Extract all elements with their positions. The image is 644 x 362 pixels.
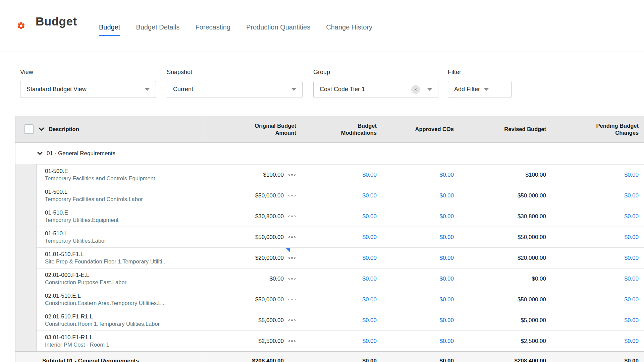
- more-options-icon[interactable]: [288, 278, 296, 280]
- table-row: 01.01-510.F1.LSite Prep & Foundation.Flo…: [15, 247, 644, 268]
- table-row: 02.01-000.F1-E.LConstruction.Purpose.Eas…: [15, 268, 644, 289]
- cost-code: 01-510.L: [45, 230, 204, 237]
- more-options-icon[interactable]: [288, 236, 296, 238]
- more-options-icon[interactable]: [288, 319, 296, 321]
- cost-code: 02.01-510.F1-R1.L: [45, 313, 204, 320]
- approved-cos-link[interactable]: $0.00: [382, 227, 459, 247]
- more-options-icon[interactable]: [288, 174, 296, 176]
- cost-code-description: Temporary Utilities.Labor: [45, 237, 204, 244]
- add-filter-select[interactable]: Add Filter: [448, 81, 512, 98]
- budget-table: Description Original Budget Amount Budge…: [15, 116, 644, 362]
- cost-code-description: Interior PM Cost - Room 1: [45, 341, 204, 348]
- subtotal-approved-cos: $0.00: [382, 352, 459, 362]
- revised-budget-cell: $50,000.00: [459, 227, 551, 247]
- snapshot-select[interactable]: Current: [167, 81, 303, 98]
- description-header-cell: Description: [15, 116, 204, 142]
- table-row: 01-510.ETemporary Utilities.Equipment $3…: [15, 206, 644, 227]
- budget-modifications-link[interactable]: $0.00: [302, 227, 382, 247]
- remove-group-icon[interactable]: ×: [411, 85, 420, 94]
- view-select[interactable]: Standard Budget View: [20, 81, 156, 98]
- filter-control: Filter Add Filter: [448, 69, 512, 98]
- group-select[interactable]: Cost Code Tier 1 ×: [313, 81, 438, 98]
- more-options-icon[interactable]: [288, 195, 296, 196]
- tab-change-history[interactable]: Change History: [326, 23, 372, 36]
- tab-budget[interactable]: Budget: [99, 23, 120, 36]
- original-budget-cell: $2,500.00: [204, 330, 302, 351]
- column-header-budget-modifications: Budget Modifications: [302, 116, 382, 142]
- budget-modifications-link[interactable]: $0.00: [302, 268, 382, 289]
- approved-cos-link[interactable]: $0.00: [382, 206, 459, 227]
- group-label: Group: [313, 69, 438, 76]
- approved-cos-link[interactable]: $0.00: [382, 268, 459, 289]
- cost-code-description: Temporary Facilities and Controls.Equipm…: [45, 175, 204, 182]
- pending-changes-link[interactable]: $0.00: [551, 330, 644, 351]
- snapshot-control: Snapshot Current: [167, 69, 303, 98]
- cost-code: 02.01-000.F1-E.L: [45, 272, 204, 279]
- budget-modifications-link[interactable]: $0.00: [302, 185, 382, 206]
- column-header-approved-cos: Approved COs: [382, 116, 459, 142]
- revised-budget-cell: $5,000.00: [459, 310, 551, 330]
- tab-forecasting[interactable]: Forecasting: [195, 23, 230, 36]
- more-options-icon[interactable]: [288, 216, 296, 217]
- cost-code-description: Site Prep & Foundation.Floor 1.Temporary…: [45, 258, 204, 265]
- pending-changes-link[interactable]: $0.00: [551, 268, 644, 289]
- cost-code: 03.01-010.F1-R1.L: [45, 334, 204, 341]
- pending-changes-link[interactable]: $0.00: [551, 185, 644, 206]
- original-budget-cell: $0.00: [204, 268, 302, 289]
- approved-cos-link[interactable]: $0.00: [382, 330, 459, 351]
- budget-page: Budget Budget Budget Details Forecasting…: [0, 0, 644, 362]
- budget-modifications-link[interactable]: $0.00: [302, 330, 382, 351]
- cost-code: 02.01-510.E.L: [45, 292, 204, 300]
- approved-cos-link[interactable]: $0.00: [382, 185, 459, 206]
- collapse-all-chevron-icon[interactable]: [39, 127, 44, 131]
- approved-cos-link[interactable]: $0.00: [382, 164, 459, 185]
- chevron-down-icon: [291, 88, 296, 91]
- subtotal-original-budget: $208,400.00: [204, 352, 302, 362]
- original-budget-cell: $5,000.00: [204, 310, 302, 330]
- original-budget-cell: $50,000.00: [204, 289, 302, 310]
- table-header-row: Description Original Budget Amount Budge…: [15, 116, 644, 143]
- original-budget-cell: $30,800.00: [204, 206, 302, 227]
- pending-changes-link[interactable]: $0.00: [551, 164, 644, 185]
- table-row: 02.01-510.E.LConstruction.Eastern Area.T…: [15, 289, 644, 310]
- cell-flag-icon: [285, 248, 290, 252]
- budget-modifications-link[interactable]: $0.00: [302, 164, 382, 185]
- page-title: Budget: [36, 15, 77, 28]
- select-all-checkbox[interactable]: [24, 124, 34, 134]
- budget-modifications-link[interactable]: $0.00: [302, 206, 382, 227]
- budget-modifications-link[interactable]: $0.00: [302, 310, 382, 330]
- budget-modifications-link[interactable]: $0.00: [302, 247, 382, 268]
- view-select-value: Standard Budget View: [26, 86, 87, 93]
- budget-modifications-link[interactable]: $0.00: [302, 289, 382, 310]
- more-options-icon[interactable]: [288, 340, 296, 342]
- approved-cos-link[interactable]: $0.00: [382, 289, 459, 310]
- tab-budget-details[interactable]: Budget Details: [136, 23, 179, 36]
- approved-cos-link[interactable]: $0.00: [382, 310, 459, 330]
- cost-code: 01-510.E: [45, 209, 204, 217]
- collapse-group-chevron-icon[interactable]: [37, 152, 43, 155]
- cost-code-description: Temporary Facilities and Controls.Labor: [45, 196, 204, 203]
- pending-changes-link[interactable]: $0.00: [551, 206, 644, 227]
- chevron-down-icon: [427, 88, 432, 91]
- pending-changes-link[interactable]: $0.00: [551, 247, 644, 268]
- revised-budget-cell: $30,800.00: [459, 206, 551, 227]
- more-options-icon[interactable]: [288, 257, 296, 259]
- cost-code-description: Construction.Room 1.Temporary Utilities.…: [45, 320, 204, 327]
- pending-changes-link[interactable]: $0.00: [551, 289, 644, 310]
- original-budget-cell: $100.00: [204, 164, 302, 185]
- group-indent-gutter: [15, 330, 37, 351]
- revised-budget-cell: $100.00: [459, 164, 551, 185]
- group-indent-gutter: [15, 268, 37, 289]
- pending-changes-link[interactable]: $0.00: [551, 310, 644, 330]
- gear-icon[interactable]: [17, 21, 25, 30]
- pending-changes-link[interactable]: $0.00: [551, 227, 644, 247]
- group-indent-gutter: [15, 185, 37, 206]
- more-options-icon[interactable]: [288, 299, 296, 300]
- original-budget-cell: $20,000.00: [204, 247, 302, 268]
- add-filter-value: Add Filter: [454, 86, 480, 93]
- revised-budget-cell: $0.00: [459, 268, 551, 289]
- cost-code-description: Construction.Eastern Area.Temporary Util…: [45, 300, 204, 307]
- tab-production-quantities[interactable]: Production Quantities: [246, 23, 310, 36]
- approved-cos-link[interactable]: $0.00: [382, 247, 459, 268]
- column-header-description: Description: [49, 126, 79, 132]
